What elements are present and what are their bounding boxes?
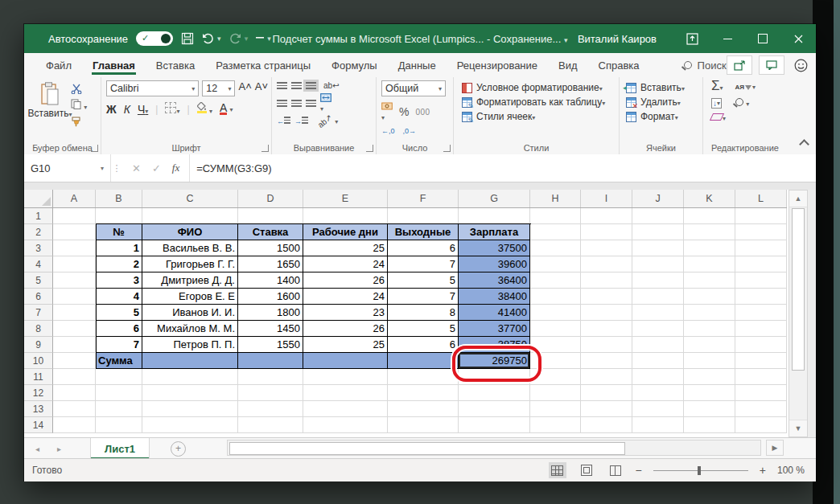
select-all-corner[interactable] <box>24 190 53 207</box>
cell-I2[interactable] <box>581 224 632 240</box>
paste-button[interactable]: Вставить <box>29 80 71 127</box>
share-button[interactable] <box>727 55 752 75</box>
user-name[interactable]: Виталий Каиров <box>578 33 657 45</box>
cell-K14[interactable] <box>684 417 735 433</box>
maximize-button[interactable] <box>745 24 780 53</box>
cell-C3[interactable]: Васильев В. В. <box>142 240 238 256</box>
cell-D8[interactable]: 1450 <box>238 321 303 337</box>
autosave-toggle[interactable]: ✓ <box>136 31 173 46</box>
zoom-in-button[interactable]: + <box>760 464 766 477</box>
horizontal-scrollbar[interactable] <box>227 440 761 456</box>
cell-F6[interactable]: 7 <box>388 289 459 305</box>
cell-G4[interactable]: 39600 <box>459 256 530 272</box>
align-bottom-icon[interactable] <box>306 82 316 89</box>
row-header-12[interactable]: 12 <box>24 385 53 401</box>
cell-G5[interactable]: 36400 <box>459 272 530 289</box>
cell-I13[interactable] <box>581 401 632 417</box>
cell-I5[interactable] <box>581 272 632 289</box>
cell-K11[interactable] <box>684 369 735 385</box>
cell-F5[interactable]: 5 <box>388 272 459 289</box>
cell-D2[interactable]: Ставка <box>238 224 303 240</box>
column-header-A[interactable]: A <box>53 190 96 207</box>
cell-L11[interactable] <box>735 369 787 385</box>
align-left-icon[interactable] <box>277 100 287 107</box>
vertical-scrollbar[interactable]: ▲ ▼ <box>789 190 808 437</box>
cell-G6[interactable]: 38400 <box>459 289 530 305</box>
cell-C8[interactable]: Михайлов М. М. <box>142 321 238 337</box>
row-header-4[interactable]: 4 <box>24 256 53 272</box>
cell-D11[interactable] <box>238 369 303 385</box>
cell-G3[interactable]: 37500 <box>459 240 530 256</box>
ribbon-display-options-button[interactable] <box>674 24 710 53</box>
format-cells-button[interactable]: Формат <box>640 111 678 122</box>
format-painter-button[interactable] <box>71 117 87 127</box>
cell-G10[interactable]: 269750 <box>459 353 530 369</box>
fill-color-button[interactable] <box>197 102 212 116</box>
cell-L13[interactable] <box>735 401 787 417</box>
cell-B8[interactable]: 6 <box>96 321 142 337</box>
cell-L6[interactable] <box>735 289 787 305</box>
cell-H4[interactable] <box>530 256 581 272</box>
cell-L1[interactable] <box>735 208 787 224</box>
cell-H7[interactable] <box>530 305 581 321</box>
row-header-13[interactable]: 13 <box>24 401 53 417</box>
cell-F1[interactable] <box>388 208 459 224</box>
cell-L2[interactable] <box>735 224 787 240</box>
cell-C5[interactable]: Дмитриев Д. Д. <box>142 272 238 289</box>
find-select-button[interactable] <box>735 97 749 109</box>
cell-E10[interactable] <box>303 353 388 369</box>
cell-I10[interactable] <box>581 353 632 369</box>
cell-B2[interactable]: № <box>96 224 142 240</box>
borders-button[interactable] <box>165 102 179 116</box>
cell-L5[interactable] <box>735 272 787 289</box>
cell-E5[interactable]: 26 <box>303 272 388 289</box>
cell-J5[interactable] <box>632 272 684 289</box>
redo-button[interactable] <box>229 33 249 44</box>
undo-button[interactable] <box>202 33 221 44</box>
bold-button[interactable]: Ж <box>106 103 117 116</box>
zoom-level[interactable]: 100 % <box>777 465 805 476</box>
vertical-scroll-thumb[interactable] <box>792 208 805 371</box>
cell-B4[interactable]: 2 <box>96 256 142 272</box>
delete-cells-button[interactable]: Удалить <box>640 96 681 108</box>
cell-I7[interactable] <box>581 305 632 321</box>
new-sheet-button[interactable]: + <box>171 441 186 457</box>
tab-Формулы[interactable]: Формулы <box>321 53 388 77</box>
merge-center-button[interactable] <box>320 93 331 113</box>
row-header-1[interactable]: 1 <box>24 208 53 224</box>
column-header-K[interactable]: K <box>684 190 735 207</box>
name-box[interactable]: G10 ▾ <box>24 154 111 182</box>
percent-style-button[interactable]: % <box>399 105 409 118</box>
cell-D9[interactable]: 1550 <box>238 337 303 353</box>
italic-button[interactable]: К <box>124 103 130 116</box>
align-middle-icon[interactable] <box>291 82 302 89</box>
cell-K8[interactable] <box>684 321 735 337</box>
cell-E13[interactable] <box>303 401 388 417</box>
cell-B14[interactable] <box>96 417 142 433</box>
column-header-F[interactable]: F <box>388 190 459 207</box>
cell-E8[interactable]: 26 <box>303 321 388 337</box>
cell-H2[interactable] <box>530 224 581 240</box>
align-right-icon[interactable] <box>306 100 316 107</box>
cell-A1[interactable] <box>53 208 96 224</box>
cell-K7[interactable] <box>684 305 735 321</box>
column-header-L[interactable]: L <box>735 190 787 207</box>
cell-C11[interactable] <box>142 369 238 385</box>
cell-B3[interactable]: 1 <box>96 240 142 256</box>
cell-H14[interactable] <box>530 417 581 433</box>
cell-H1[interactable] <box>530 208 581 224</box>
cell-B5[interactable]: 3 <box>96 272 142 289</box>
decrease-decimal-button[interactable]: ,0→ <box>403 127 417 135</box>
cell-I1[interactable] <box>581 208 632 224</box>
cell-D12[interactable] <box>238 385 303 401</box>
cell-D7[interactable]: 1800 <box>238 305 303 321</box>
cell-styles-button[interactable]: Стили ячеек <box>476 111 535 122</box>
tab-Вставка[interactable]: Вставка <box>146 53 205 77</box>
cell-H12[interactable] <box>530 385 581 401</box>
row-header-10[interactable]: 10 <box>24 353 53 369</box>
cell-H8[interactable] <box>530 321 581 337</box>
page-layout-view-button[interactable] <box>578 462 595 478</box>
cell-C2[interactable]: ФИО <box>142 224 238 240</box>
format-as-table-button[interactable]: Форматировать как таблицу <box>476 96 605 108</box>
row-header-9[interactable]: 9 <box>24 337 53 353</box>
